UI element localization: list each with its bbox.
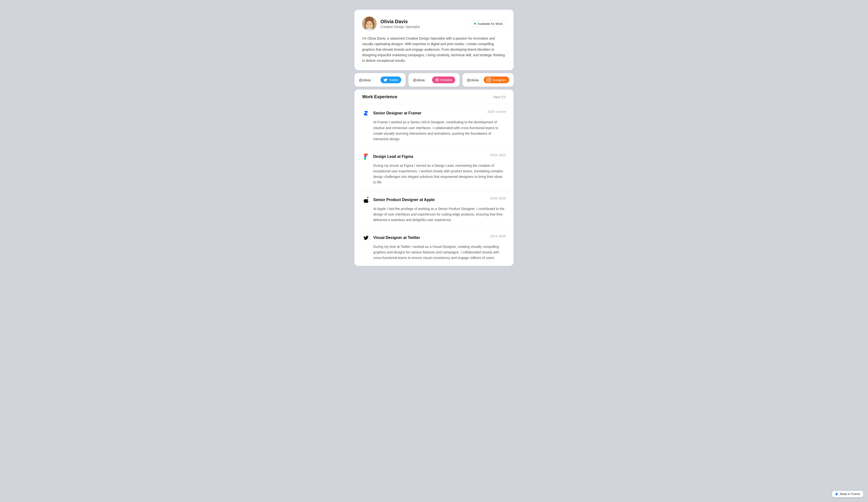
framer-icon [362,109,370,117]
instagram-icon [487,78,491,82]
bio-text: I'm Olivia Davis, a seasoned Creative De… [362,36,506,63]
job-title-framer: Senior Designer at Framer [373,111,422,116]
work-header: Work Experience View CV [354,90,514,104]
svg-point-3 [366,21,373,28]
job-title-figma: Design Lead at Figma [373,154,413,159]
view-cv-button[interactable]: View CV [493,95,506,99]
job-title-row-twitter: Visual Designer at Twitter [362,234,420,242]
job-item-figma: Design Lead at Figma 2018–2020 During my… [354,148,514,191]
svg-point-5 [370,24,371,24]
job-header-figma: Design Lead at Figma 2018–2020 [362,153,506,160]
framer-badge-icon [835,492,838,496]
job-title-twitter: Visual Designer at Twitter [373,235,420,240]
job-title-apple: Senior Product Designer at Apple [373,198,435,202]
profile-info: Olivia Davis Creative Design Specialist [381,19,420,29]
twitter-icon [383,78,388,82]
job-desc-figma: During my tenure at Figma I served as a … [373,163,506,185]
profile-left: Olivia Davis Creative Design Specialist [362,17,420,31]
svg-point-6 [369,25,370,26]
work-section-title: Work Experience [362,94,397,99]
available-label: Available for Work [477,22,503,26]
job-title-row-figma: Design Lead at Figma [362,153,413,160]
figma-icon [362,153,370,160]
twitter-button[interactable]: Twitter [381,77,401,83]
twitter-company-icon [362,234,370,242]
dribbble-button[interactable]: Dribbble [432,77,455,83]
job-desc-framer: At Framer I worked as a Senior UI/UX Des… [373,119,506,142]
page-container: Olivia Davis Creative Design Specialist … [354,10,514,266]
profile-name: Olivia Davis [381,19,420,24]
job-period-apple: 2016–2018 [490,197,506,200]
avatar [362,17,376,31]
available-badge: Available for Work [471,20,506,27]
available-dot-icon [474,23,476,24]
twitter-handle: @olivia [359,78,371,82]
job-desc-twitter: During my time at Twitter I worked as a … [373,244,506,261]
job-item-twitter: Visual Designer at Twitter 2014–2016 Dur… [354,229,514,266]
apple-icon [362,196,370,204]
job-header-twitter: Visual Designer at Twitter 2014–2016 [362,234,506,242]
profile-card: Olivia Davis Creative Design Specialist … [354,10,514,70]
instagram-btn-label: Instagram [492,78,506,82]
job-period-framer: 2020–current [487,110,506,113]
social-row: @olivia Twitter @olivia Dribbble @olivia [354,73,514,87]
job-header-framer: Senior Designer at Framer 2020–current [362,109,506,117]
profile-header: Olivia Davis Creative Design Specialist … [362,17,506,31]
social-card-twitter[interactable]: @olivia Twitter [354,73,405,87]
job-title-row-framer: Senior Designer at Framer [362,109,422,117]
made-in-framer-label: Made in Framer [840,492,860,496]
job-header-apple: Senior Product Designer at Apple 2016–20… [362,196,506,204]
dribbble-btn-label: Dribbble [441,78,452,82]
profile-title: Creative Design Specialist [381,25,420,29]
dribbble-icon [435,78,439,82]
dribbble-handle: @olivia [413,78,425,82]
social-card-instagram[interactable]: @olivia Instagram [463,73,514,87]
job-title-row-apple: Senior Product Designer at Apple [362,196,435,204]
twitter-btn-label: Twitter [389,78,398,82]
svg-point-4 [368,24,369,24]
social-card-dribbble[interactable]: @olivia Dribbble [409,73,459,87]
job-period-twitter: 2014–2016 [490,234,506,238]
made-in-framer-badge: Made in Framer [832,491,863,497]
instagram-handle: @olivia [467,78,479,82]
job-item-apple: Senior Product Designer at Apple 2016–20… [354,191,514,228]
job-desc-apple: At Apple I had the privilege of working … [373,206,506,223]
job-item-framer: Senior Designer at Framer 2020–current A… [354,104,514,147]
instagram-button[interactable]: Instagram [484,77,509,83]
work-experience-card: Work Experience View CV Senior Designer … [354,90,514,266]
job-period-figma: 2018–2020 [490,153,506,157]
